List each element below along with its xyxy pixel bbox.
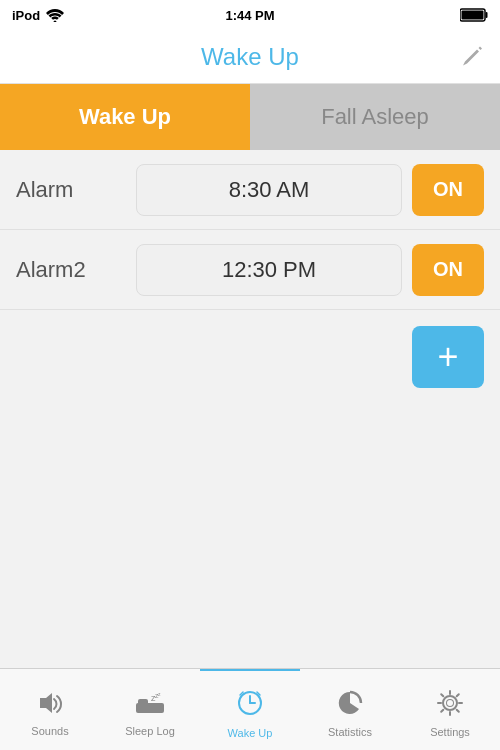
sleeplog-icon: z z z bbox=[135, 691, 165, 721]
alarm1-time[interactable]: 8:30 AM bbox=[136, 164, 402, 216]
tab-bar: Sounds z z z Sleep Log Wake Up bbox=[0, 668, 500, 750]
tab-statistics[interactable]: Statistics bbox=[300, 669, 400, 750]
status-left: iPod bbox=[12, 8, 64, 23]
page-title: Wake Up bbox=[201, 43, 299, 71]
svg-point-17 bbox=[447, 700, 453, 706]
tab-statistics-label: Statistics bbox=[328, 726, 372, 738]
tab-settings[interactable]: Settings bbox=[400, 669, 500, 750]
tab-sounds-label: Sounds bbox=[31, 725, 68, 737]
app-header: Wake Up bbox=[0, 30, 500, 84]
add-button-row: + bbox=[0, 310, 500, 388]
statistics-icon bbox=[337, 690, 363, 722]
alarm2-toggle[interactable]: ON bbox=[412, 244, 484, 296]
status-time: 1:44 PM bbox=[225, 8, 274, 23]
svg-text:z: z bbox=[158, 691, 161, 697]
sounds-icon bbox=[37, 691, 63, 721]
svg-rect-2 bbox=[486, 12, 488, 18]
alarm-row-1: Alarm 8:30 AM ON bbox=[0, 150, 500, 230]
alarm-row-2: Alarm2 12:30 PM ON bbox=[0, 230, 500, 310]
settings-icon bbox=[437, 690, 463, 722]
segment-wakeup[interactable]: Wake Up bbox=[0, 84, 250, 150]
alarm1-toggle[interactable]: ON bbox=[412, 164, 484, 216]
battery-icon bbox=[460, 8, 488, 22]
tab-sleeplog[interactable]: z z z Sleep Log bbox=[100, 669, 200, 750]
wakeup-icon bbox=[236, 689, 264, 723]
wifi-icon bbox=[46, 9, 64, 22]
svg-rect-6 bbox=[138, 699, 148, 705]
svg-rect-3 bbox=[462, 11, 484, 20]
alarm1-label: Alarm bbox=[16, 177, 126, 203]
svg-point-0 bbox=[54, 20, 57, 22]
tab-wakeup[interactable]: Wake Up bbox=[200, 669, 300, 750]
tab-settings-label: Settings bbox=[430, 726, 470, 738]
edit-button[interactable] bbox=[462, 44, 484, 69]
tab-wakeup-label: Wake Up bbox=[228, 727, 273, 739]
tab-sleeplog-label: Sleep Log bbox=[125, 725, 175, 737]
svg-marker-4 bbox=[40, 693, 52, 713]
add-alarm-button[interactable]: + bbox=[412, 326, 484, 388]
alarm2-time[interactable]: 12:30 PM bbox=[136, 244, 402, 296]
main-content: Alarm 8:30 AM ON Alarm2 12:30 PM ON + bbox=[0, 150, 500, 388]
pencil-icon bbox=[462, 44, 484, 66]
alarm2-label: Alarm2 bbox=[16, 257, 126, 283]
status-right bbox=[460, 8, 488, 22]
status-bar: iPod 1:44 PM bbox=[0, 0, 500, 30]
tab-sounds[interactable]: Sounds bbox=[0, 669, 100, 750]
device-label: iPod bbox=[12, 8, 40, 23]
segment-fallasleep[interactable]: Fall Asleep bbox=[250, 84, 500, 150]
segment-control: Wake Up Fall Asleep bbox=[0, 84, 500, 150]
